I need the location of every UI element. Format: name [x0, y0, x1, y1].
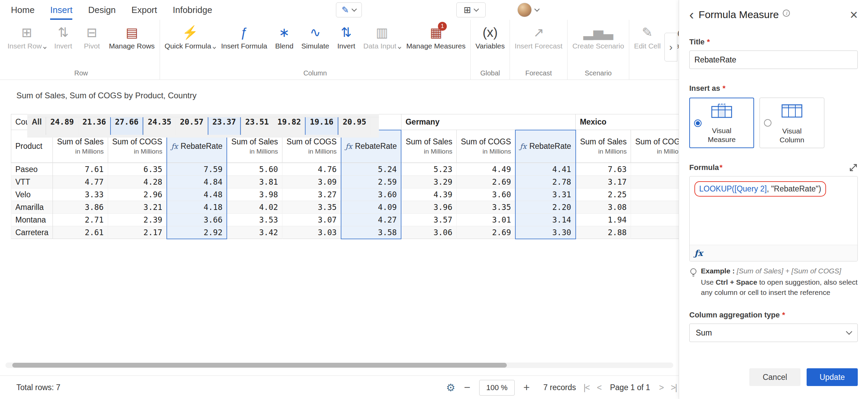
measure-header-sum-of-cogs[interactable]: Sum of COGSin Millions [457, 130, 515, 163]
row-label[interactable]: All [27, 117, 46, 135]
cell[interactable]: 4.41 [515, 163, 575, 176]
cell[interactable]: 2.20 [515, 201, 575, 214]
cancel-button[interactable]: Cancel [749, 368, 800, 386]
ribbon-button-column-blend[interactable]: ∗Blend [270, 23, 299, 68]
cell[interactable]: 2.61 [53, 226, 108, 239]
row-label[interactable]: Montana [11, 214, 53, 226]
cell[interactable]: 3.86 [53, 201, 108, 214]
ribbon-button-global-variables[interactable]: (x)Variables [473, 23, 507, 68]
add-widget-button[interactable]: ⊞ [456, 2, 486, 17]
cell[interactable]: 20.57 [175, 117, 207, 135]
zoom-level-input[interactable]: 100 % [479, 380, 515, 396]
measure-header-sum-of-sales[interactable]: Sum of Salesin Millions [401, 130, 456, 163]
cell[interactable] [631, 176, 679, 188]
menu-tab-design[interactable]: Design [88, 0, 116, 20]
country-header-germany[interactable]: Germany [401, 114, 575, 130]
scrollbar-thumb[interactable] [12, 363, 507, 368]
cell[interactable]: 5.23 [401, 163, 456, 176]
cell[interactable]: 3.35 [282, 201, 341, 214]
ribbon-button-row-manage-rows[interactable]: ▤Manage Rows [106, 23, 157, 68]
zoom-in-button[interactable]: + [522, 381, 531, 394]
zoom-out-button[interactable]: − [463, 381, 472, 394]
ribbon-button-column-simulate[interactable]: ∿Simulate [299, 23, 332, 68]
cell[interactable]: 3.07 [282, 214, 341, 226]
cell[interactable]: 3.27 [282, 188, 341, 201]
cell[interactable]: 4.77 [53, 176, 108, 188]
row-label[interactable]: Paseo [11, 163, 53, 176]
cell[interactable]: 3.17 [576, 176, 631, 188]
cell[interactable]: 2.88 [576, 226, 631, 239]
cell[interactable]: 3.57 [401, 214, 456, 226]
cell[interactable]: 21.36 [78, 117, 110, 135]
title-input[interactable] [689, 51, 858, 69]
edit-view-button[interactable]: ✎ [336, 2, 362, 17]
cell[interactable]: 3.08 [576, 201, 631, 214]
cell[interactable]: 4.27 [341, 214, 401, 226]
option-visual-measure[interactable]: Visual Measure [689, 98, 754, 148]
close-icon[interactable]: × [850, 9, 858, 20]
radio-visual-column[interactable] [764, 119, 771, 127]
cell[interactable]: 2.92 [167, 226, 227, 239]
account-button[interactable] [512, 2, 544, 17]
cell[interactable]: 3.03 [282, 226, 341, 239]
measure-header-sum-of-cogs[interactable]: Sum of COGSin Millions [631, 130, 679, 163]
cell[interactable] [631, 214, 679, 226]
cell[interactable] [631, 188, 679, 201]
row-label[interactable]: VTT [11, 176, 53, 188]
ribbon-button-column-invert[interactable]: ⇅Invert [332, 23, 361, 68]
cell[interactable]: 3.35 [457, 201, 515, 214]
first-page-button[interactable]: |< [584, 383, 589, 393]
cell[interactable]: 3.66 [167, 214, 227, 226]
cell[interactable]: 20.95 [338, 117, 370, 135]
cell[interactable]: 23.37 [208, 117, 241, 135]
row-label[interactable]: Amarilla [11, 201, 53, 214]
cell[interactable]: 2.25 [576, 188, 631, 201]
prev-page-button[interactable]: < [597, 383, 601, 393]
cell[interactable]: 3.31 [515, 188, 575, 201]
cell[interactable]: 4.49 [457, 163, 515, 176]
cell[interactable] [631, 226, 679, 239]
cell[interactable]: 7.61 [53, 163, 108, 176]
cell[interactable]: 3.30 [515, 226, 575, 239]
cell[interactable]: 19.82 [273, 117, 305, 135]
info-icon[interactable]: i [783, 10, 790, 17]
cell[interactable]: 3.09 [282, 176, 341, 188]
cell[interactable]: 3.21 [108, 201, 166, 214]
menu-tab-export[interactable]: Export [131, 0, 157, 20]
cell[interactable]: 3.60 [341, 188, 401, 201]
cell[interactable]: 4.84 [167, 176, 227, 188]
cell[interactable]: 5.60 [227, 163, 282, 176]
cell[interactable]: 2.39 [108, 214, 166, 226]
country-header-mexico[interactable]: Mexico [576, 114, 679, 130]
ribbon-button-column-insert-formula[interactable]: ƒInsert Formula [218, 23, 270, 68]
update-button[interactable]: Update [807, 368, 858, 386]
ribbon-button-column-quick-formula[interactable]: ⚡Quick Formula [162, 23, 219, 68]
cell[interactable]: 19.16 [305, 117, 338, 135]
row-label[interactable]: Carretera [11, 226, 53, 239]
cell[interactable]: 2.59 [341, 176, 401, 188]
cell[interactable]: 3.96 [401, 201, 456, 214]
cell[interactable]: 7.63 [576, 163, 631, 176]
cell[interactable]: 4.48 [167, 188, 227, 201]
cell[interactable]: 3.01 [457, 214, 515, 226]
cell[interactable]: 2.78 [515, 176, 575, 188]
cell[interactable]: 4.02 [227, 201, 282, 214]
cell[interactable]: 3.14 [515, 214, 575, 226]
cell[interactable]: 3.33 [53, 188, 108, 201]
ribbon-button-column-manage-measures[interactable]: ▦1Manage Measures [403, 23, 468, 68]
horizontal-scrollbar[interactable] [5, 362, 673, 368]
menu-tab-insert[interactable]: Insert [50, 0, 72, 20]
cell[interactable]: 4.28 [108, 176, 166, 188]
measure-header-sum-of-sales[interactable]: Sum of Salesin Millions [576, 130, 631, 163]
cell[interactable]: 6.35 [108, 163, 166, 176]
cell[interactable]: 4.76 [282, 163, 341, 176]
cell[interactable]: 2.17 [108, 226, 166, 239]
expand-icon[interactable] [849, 163, 858, 172]
cell[interactable] [631, 201, 679, 214]
cell[interactable]: 3.58 [341, 226, 401, 239]
cell[interactable]: 5.24 [341, 163, 401, 176]
back-icon[interactable]: ‹ [689, 9, 694, 20]
cell[interactable]: 23.51 [241, 117, 273, 135]
cell[interactable]: 3.60 [457, 188, 515, 201]
cell[interactable]: 27.66 [110, 117, 143, 135]
